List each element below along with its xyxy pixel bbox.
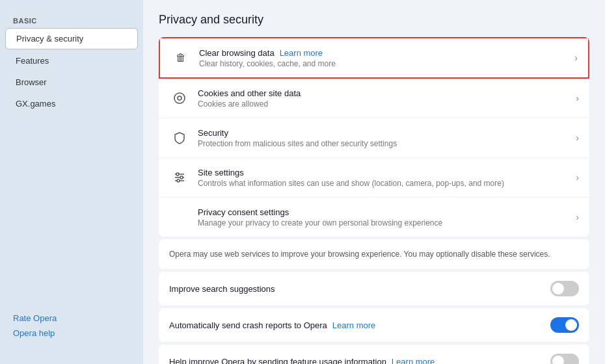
svg-point-0 bbox=[174, 93, 185, 103]
chevron-icon: › bbox=[576, 93, 579, 103]
chevron-icon: › bbox=[576, 212, 579, 222]
crash-reports-learn-more[interactable]: Learn more bbox=[332, 320, 375, 330]
svg-point-5 bbox=[176, 173, 179, 176]
search-suggestions-label: Improve search suggestions bbox=[169, 284, 550, 294]
toggle-slider-on bbox=[550, 317, 579, 333]
sliders-icon bbox=[169, 167, 190, 188]
cookies-icon bbox=[169, 88, 190, 109]
feature-usage-row[interactable]: Help improve Opera by sending feature us… bbox=[159, 344, 589, 364]
site-settings-content: Site settings Controls what information … bbox=[198, 168, 571, 188]
cookies-content: Cookies and other site data Cookies are … bbox=[198, 88, 571, 109]
sidebar-item-browser[interactable]: Browser bbox=[5, 72, 138, 92]
sidebar-links: Rate Opera Opera help bbox=[0, 300, 143, 351]
site-settings-row[interactable]: Site settings Controls what information … bbox=[159, 158, 589, 198]
feature-usage-label: Help improve Opera by sending feature us… bbox=[169, 357, 550, 365]
crash-reports-label: Automatically send crash reports to Oper… bbox=[169, 320, 550, 330]
security-row[interactable]: Security Protection from malicious sites… bbox=[159, 118, 589, 158]
clear-browsing-subtitle: Clear history, cookies, cache, and more bbox=[199, 59, 569, 68]
site-settings-subtitle: Controls what information sites can use … bbox=[198, 179, 571, 188]
settings-card-main: 🗑 Clear browsing data Learn more Clear h… bbox=[159, 37, 589, 237]
cookies-subtitle: Cookies are allowed bbox=[198, 99, 571, 109]
sidebar-item-privacy[interactable]: Privacy & security bbox=[5, 28, 138, 49]
clear-browsing-row[interactable]: 🗑 Clear browsing data Learn more Clear h… bbox=[160, 38, 588, 77]
cookies-title: Cookies and other site data bbox=[198, 88, 571, 98]
crash-reports-row[interactable]: Automatically send crash reports to Oper… bbox=[159, 308, 589, 342]
clear-browsing-content: Clear browsing data Learn more Clear his… bbox=[199, 48, 569, 68]
svg-point-6 bbox=[180, 176, 183, 179]
chevron-icon: › bbox=[576, 172, 579, 183]
security-content: Security Protection from malicious sites… bbox=[198, 128, 571, 148]
sidebar: Basic Privacy & security Features Browse… bbox=[0, 0, 143, 364]
svg-point-7 bbox=[177, 179, 180, 182]
security-subtitle: Protection from malicious sites and othe… bbox=[198, 139, 571, 148]
privacy-consent-subtitle: Manage your privacy to create your own p… bbox=[198, 218, 571, 228]
info-text: Opera may use web services to improve yo… bbox=[169, 248, 579, 260]
privacy-consent-content: Privacy consent settings Manage your pri… bbox=[198, 207, 571, 228]
toggle-slider bbox=[550, 354, 579, 364]
clear-browsing-title: Clear browsing data Learn more bbox=[199, 48, 569, 58]
clear-browsing-learn-more[interactable]: Learn more bbox=[280, 48, 323, 58]
svg-point-1 bbox=[178, 96, 182, 100]
feature-usage-learn-more[interactable]: Learn more bbox=[392, 357, 435, 365]
feature-usage-toggle[interactable] bbox=[550, 354, 579, 364]
search-suggestions-toggle[interactable] bbox=[550, 281, 579, 296]
crash-reports-toggle[interactable] bbox=[550, 317, 579, 333]
sidebar-item-gx[interactable]: GX.games bbox=[5, 94, 138, 114]
trash-icon: 🗑 bbox=[170, 47, 191, 68]
search-suggestions-row[interactable]: Improve search suggestions bbox=[159, 272, 589, 306]
chevron-icon: › bbox=[574, 53, 578, 63]
toggle-slider bbox=[550, 281, 579, 296]
site-settings-title: Site settings bbox=[198, 168, 571, 177]
main-content: Privacy and security 🗑 Clear browsing da… bbox=[143, 0, 605, 364]
sidebar-section-basic: Basic bbox=[0, 13, 143, 27]
chevron-icon: › bbox=[576, 133, 579, 143]
privacy-consent-title: Privacy consent settings bbox=[198, 207, 571, 217]
sidebar-item-features[interactable]: Features bbox=[5, 51, 138, 71]
info-text-container: Opera may use web services to improve yo… bbox=[159, 239, 589, 269]
rate-opera-link[interactable]: Rate Opera bbox=[13, 313, 130, 323]
security-title: Security bbox=[198, 128, 571, 138]
privacy-consent-row[interactable]: Privacy consent settings Manage your pri… bbox=[159, 198, 589, 237]
opera-help-link[interactable]: Opera help bbox=[13, 328, 130, 338]
shield-icon bbox=[169, 127, 190, 148]
page-title: Privacy and security bbox=[159, 13, 589, 27]
cookies-row[interactable]: Cookies and other site data Cookies are … bbox=[159, 79, 589, 118]
privacy-consent-icon bbox=[169, 207, 190, 228]
